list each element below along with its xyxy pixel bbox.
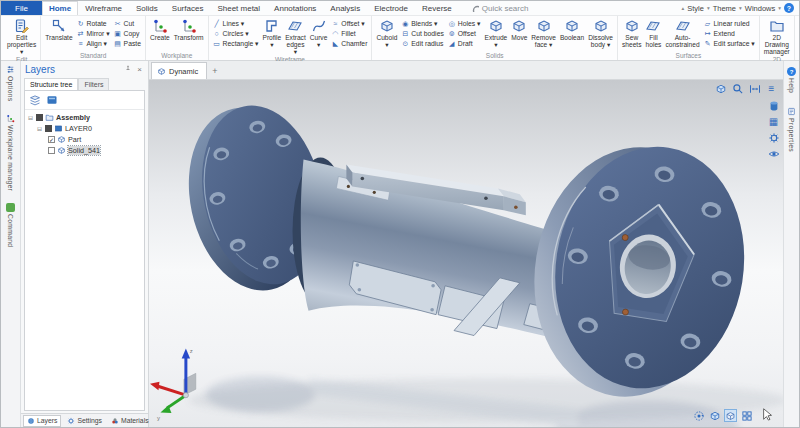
copy-button[interactable]: ▣Copy <box>114 29 141 38</box>
blends-button[interactable]: ◉Blends ▾ <box>401 19 444 28</box>
workplane-manager-dock-tab[interactable]: Workplane manager <box>6 114 15 191</box>
boolean-button[interactable]: Boolean <box>558 17 586 41</box>
new-view-tab-button[interactable]: + <box>212 66 217 76</box>
zoom-orbit-button[interactable] <box>731 82 744 95</box>
rectangle-button[interactable]: ▭Rectangle ▾ <box>213 39 259 48</box>
viewport-menu-button[interactable]: ≡ <box>765 82 778 95</box>
tab-reverse[interactable]: Reverse <box>415 1 459 15</box>
pin-icon[interactable] <box>123 65 132 75</box>
visibility-button[interactable] <box>767 147 780 160</box>
remove-face-button[interactable]: Remove face ▾ <box>529 17 558 48</box>
offset-solids-button[interactable]: ⊚Offset <box>448 29 481 38</box>
tab-analysis[interactable]: Analysis <box>323 1 367 15</box>
chamfer-button[interactable]: ◣Chamfer <box>331 39 367 48</box>
profile-button[interactable]: Profile ▾ <box>261 17 284 48</box>
shading-mode-button[interactable] <box>767 99 780 112</box>
align-button[interactable]: ≡Align ▾ <box>77 39 110 48</box>
mirror-button[interactable]: ⇄Mirror ▾ <box>77 29 110 38</box>
orbit-mode-button[interactable] <box>692 409 705 422</box>
paste-button[interactable]: ▤Paste <box>114 39 141 48</box>
expander-icon[interactable]: ⊟ <box>27 114 34 121</box>
2d-drawing-manager-button[interactable]: 2D Drawing manager <box>762 17 792 55</box>
curve-button[interactable]: Curve ▾ <box>308 17 330 48</box>
edit-surface-icon: ✎ <box>704 39 712 48</box>
fillet-button[interactable]: ◠Fillet <box>331 29 367 38</box>
tab-sheet-metal[interactable]: Sheet metal <box>210 1 267 15</box>
tree-row-part[interactable]: ✓ Part <box>27 134 142 145</box>
extract-edges-button[interactable]: Extract edges ▾ <box>283 17 308 55</box>
layers-stack-icon[interactable] <box>29 94 41 106</box>
draft-button[interactable]: ◢Draft <box>448 39 481 48</box>
tab-electrode[interactable]: Electrode <box>367 1 415 15</box>
tab-filters[interactable]: Filters <box>78 78 109 90</box>
auto-constrained-button[interactable]: Auto-constrained <box>663 17 701 48</box>
fill-holes-button[interactable]: Fill holes <box>643 17 663 48</box>
tab-file[interactable]: File <box>1 1 42 15</box>
expander-icon[interactable]: ⊟ <box>36 125 43 132</box>
tab-structure-tree[interactable]: Structure tree <box>24 78 78 90</box>
tab-annotations[interactable]: Annotations <box>267 1 323 15</box>
command-dock-tab[interactable]: Command <box>6 203 15 247</box>
checkbox-checked[interactable]: ✓ <box>48 136 55 143</box>
button-label: Lines ▾ <box>223 19 245 28</box>
view-settings-button[interactable] <box>767 131 780 144</box>
tree-row-layer0[interactable]: ⊟ LAYER0 <box>27 123 142 134</box>
tab-wireframe[interactable]: Wireframe <box>78 1 129 15</box>
linear-ruled-button[interactable]: ▱Linear ruled <box>704 19 755 28</box>
tab-surfaces[interactable]: Surfaces <box>165 1 211 15</box>
offset-button[interactable]: ≈Offset ▾ <box>331 19 367 28</box>
edit-properties-button[interactable]: Edit properties ▾ <box>5 17 38 55</box>
close-icon[interactable]: × <box>135 65 144 74</box>
bottom-tab-layers[interactable]: Layers <box>23 415 61 427</box>
edit-radius-button[interactable]: ⊙Edit radius <box>401 39 444 48</box>
edit-properties-icon <box>14 18 30 33</box>
style-menu[interactable]: Style <box>687 4 704 13</box>
3d-model-render[interactable]: x y z <box>149 80 783 427</box>
collapse-ribbon-icon[interactable]: ▴ <box>681 5 684 11</box>
tree-row-solid541[interactable]: Solid_541 <box>27 145 142 156</box>
properties-dock-tab[interactable]: Properties <box>787 107 796 152</box>
bottom-tab-settings[interactable]: Settings <box>64 416 105 426</box>
options-dock-tab[interactable]: Options <box>6 65 15 102</box>
view-cube-button[interactable] <box>714 82 727 95</box>
help-dock-tab[interactable]: ? Help <box>787 67 796 93</box>
sew-sheets-button[interactable]: Sew sheets <box>620 17 643 48</box>
multi-view-button[interactable]: ▦ <box>767 115 780 128</box>
tab-home[interactable]: Home <box>42 1 78 15</box>
move-button[interactable]: Move <box>509 17 529 41</box>
circles-button[interactable]: ○Circles ▾ <box>213 29 259 38</box>
tree-row-assembly[interactable]: ⊟ Assembly <box>27 112 142 123</box>
viewport-canvas[interactable]: x y z ≡ ▦ <box>149 80 783 427</box>
transform-workplane-button[interactable]: Transform <box>172 17 206 41</box>
cut-button[interactable]: ✂Cut <box>114 19 141 28</box>
help-button[interactable]: ? <box>784 3 794 13</box>
create-workplane-button[interactable]: Create <box>148 17 172 41</box>
checkbox-unchecked[interactable] <box>48 147 55 154</box>
rectangle-icon: ▭ <box>213 39 221 48</box>
bottom-tab-materials[interactable]: Materials <box>108 416 152 426</box>
four-view-button[interactable] <box>740 409 753 422</box>
translate-button[interactable]: Translate <box>43 17 74 41</box>
holes-button[interactable]: ◎Holes ▾ <box>448 19 481 28</box>
lines-button[interactable]: ╱Lines ▾ <box>213 19 259 28</box>
layers-panel-tabs: Structure tree Filters <box>21 78 148 90</box>
layer-card-icon[interactable] <box>46 94 58 106</box>
dissolve-body-button[interactable]: Dissolve body ▾ <box>586 17 615 48</box>
windows-menu[interactable]: Windows <box>745 4 775 13</box>
iso-view-button[interactable] <box>708 409 721 422</box>
extend-button[interactable]: ↦Extend <box>704 29 755 38</box>
cut-bodies-button[interactable]: ⊟Cut bodies <box>401 29 444 38</box>
perspective-view-button[interactable] <box>724 409 737 422</box>
rotate-button[interactable]: ↻Rotate <box>77 19 110 28</box>
cuboid-button[interactable]: Cuboid ▾ <box>374 17 399 48</box>
viewport-tab-dynamic[interactable]: Dynamic <box>151 62 207 79</box>
extrude-button[interactable]: Extrude ▾ <box>483 17 510 48</box>
tab-solids[interactable]: Solids <box>129 1 165 15</box>
quick-search[interactable]: Quick search <box>471 1 529 15</box>
edit-surface-button[interactable]: ✎Edit surface ▾ <box>704 39 755 48</box>
fit-view-button[interactable] <box>748 82 761 95</box>
theme-menu[interactable]: Theme <box>713 4 736 13</box>
align-icon: ≡ <box>77 39 85 48</box>
checkbox[interactable] <box>36 114 43 121</box>
checkbox[interactable] <box>45 125 52 132</box>
